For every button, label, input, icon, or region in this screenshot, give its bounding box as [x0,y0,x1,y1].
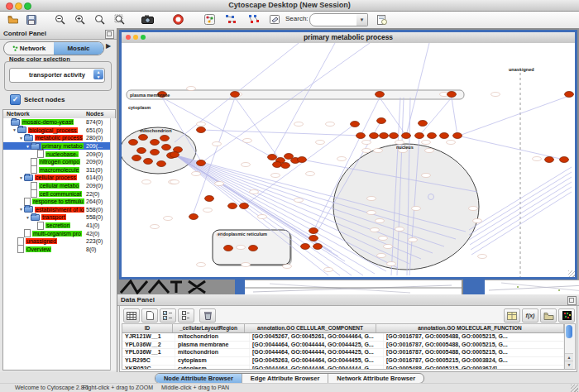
import-attributes-icon[interactable] [504,308,520,323]
graph-edge[interactable] [470,182,572,245]
column-header[interactable]: annotation.GO MOLECULAR_FUNCTION [376,324,564,332]
graph-node[interactable] [139,135,148,141]
expand-triangle-icon[interactable]: ▼ [25,144,31,149]
graph-node[interactable] [301,244,310,250]
table-cell[interactable]: [GO:0016787, GO:0005215, GO:0003824, G..… [384,357,564,365]
tree-row[interactable]: ▼establishment of lo558(0) [3,206,115,214]
graph-node[interactable] [249,246,258,251]
graph-node[interactable] [137,148,146,154]
graph-node[interactable] [313,244,323,250]
tree-row[interactable]: ▼cellular process614(0) [3,174,115,182]
tree-row[interactable]: Overview8(0) [3,246,115,254]
background-window-border[interactable] [463,280,485,294]
annotation-icon[interactable] [266,12,283,26]
snapshot-camera-icon[interactable] [139,12,156,26]
unselect-attributes-icon[interactable] [178,308,194,323]
open-attributes-icon[interactable] [540,308,557,323]
graph-node[interactable] [189,214,199,220]
graph-node[interactable] [565,92,574,98]
table-cell[interactable]: YLR295C [122,357,175,365]
table-row[interactable]: YJR121W__1mitochondrion[GO:0045267, GO:0… [122,333,564,342]
tree-scrollbar[interactable] [110,118,117,370]
matrix-icon[interactable] [558,308,575,323]
table-cell[interactable]: [GO:0044464, GO:0044444, GO:0044425, G..… [250,349,384,356]
app-resize-grip[interactable] [571,385,578,392]
table-cell[interactable]: [GO:0005488, GO:0005215, GO:0003674] [384,366,564,370]
new-attribute-icon[interactable] [141,308,158,323]
tab-network-attribute-browser[interactable]: Network Attribute Browser [328,374,423,383]
graph-node[interactable] [377,118,386,124]
network-window-titlebar[interactable]: primary metabolic process [122,32,575,44]
tree-row[interactable]: mosaic-demo-yeast874(0) [3,118,115,127]
zoom-fit-icon[interactable] [91,12,108,26]
graph-node[interactable] [298,157,307,163]
table-cell[interactable]: mitochondrion [175,349,250,356]
control-panel-float-icon[interactable] [105,30,114,39]
graph-node[interactable] [281,163,290,169]
table-cell[interactable]: YKR052C [122,366,175,370]
table-cell[interactable]: [GO:0044464, GO:0044444, GO:0044425, G..… [250,342,384,349]
select-nodes-checkbox[interactable]: ✓ [10,94,21,105]
table-scrollbar[interactable]: ▲ ▼ [564,323,576,370]
graph-node[interactable] [309,228,318,234]
graph-node[interactable] [144,159,153,165]
expand-triangle-icon[interactable]: ▼ [18,175,24,180]
graph-node[interactable] [228,203,237,209]
graph-node[interactable] [205,196,214,202]
table-cell[interactable]: YJR121W__1 [122,333,175,341]
save-icon[interactable] [23,12,40,26]
search-input[interactable] [309,13,361,26]
expand-triangle-icon[interactable]: ▼ [18,207,24,212]
scroll-down-icon[interactable]: ▼ [565,361,573,369]
graph-edge[interactable] [469,167,572,230]
graph-node[interactable] [545,157,554,163]
table-scrollbar-thumb[interactable] [566,325,572,338]
tree-row[interactable]: multi-organism pro42(0) [3,229,115,237]
network-window-resize-grip[interactable] [568,270,575,277]
graph-node[interactable] [309,236,318,241]
graph-node[interactable] [356,133,366,139]
function-builder-icon[interactable]: f(x) [522,308,538,323]
graph-node[interactable] [132,155,141,161]
tab-node-attribute-browser[interactable]: Node Attribute Browser [156,374,242,383]
graph-node[interactable] [170,152,179,158]
layout-network-icon-2[interactable] [245,12,261,26]
tab-edge-attribute-browser[interactable]: Edge Attribute Browser [242,374,328,383]
app-titlebar[interactable]: Cytoscape Desktop (New Session) [0,0,579,12]
table-cell[interactable]: [GO:0044464, GO:0044446, GO:0044444, G..… [250,366,384,370]
tree-row[interactable]: cellular metabo209(0) [3,182,115,190]
graph-node[interactable] [351,122,360,127]
tree-row[interactable]: response to stimulu264(0) [3,198,115,206]
graph-node[interactable] [157,161,166,167]
tab-network[interactable]: Network [4,42,54,55]
graph-edge[interactable] [469,172,572,235]
graph-node[interactable] [197,160,206,166]
delete-attribute-icon[interactable] [199,308,216,323]
zoom-in-icon[interactable] [71,12,88,26]
table-row[interactable]: YLR295Ccytoplasm[GO:0045263, GO:0044464,… [122,357,564,366]
column-header[interactable]: annotation.GO CELLULAR_COMPONENT [245,324,376,332]
graph-node[interactable] [162,145,171,151]
tree-row[interactable]: nucleobase-209(0) [3,150,115,158]
graph-edge[interactable] [235,98,280,160]
graph-edge[interactable] [452,98,457,136]
graph-edge[interactable] [471,187,572,250]
graph-edge[interactable] [272,43,335,157]
graph-node[interactable] [224,246,233,251]
table-cell[interactable]: plasma membrane [175,342,250,349]
tab-overflow-arrow-icon[interactable]: ▶ [106,42,111,50]
graph-node[interactable] [240,203,249,209]
graph-edge[interactable] [201,43,370,163]
tab-mosaic[interactable]: Mosaic [54,42,103,55]
tree-row[interactable]: ▼biological_process651(0) [3,127,115,135]
graph-node[interactable] [419,121,428,127]
layout-network-icon-1[interactable] [222,12,238,26]
graph-node[interactable] [370,133,379,139]
graph-node[interactable] [151,140,160,146]
table-row[interactable]: YPL036W__2plasma membrane[GO:0044464, GO… [122,342,564,350]
tree-row[interactable]: macromolecule311(0) [3,166,115,174]
column-header[interactable]: ID [122,324,173,332]
table-cell[interactable]: [GO:0016787, GO:0005488, GO:0005215, G..… [384,333,564,341]
graph-node[interactable] [273,162,282,168]
graph-node[interactable] [376,92,385,98]
